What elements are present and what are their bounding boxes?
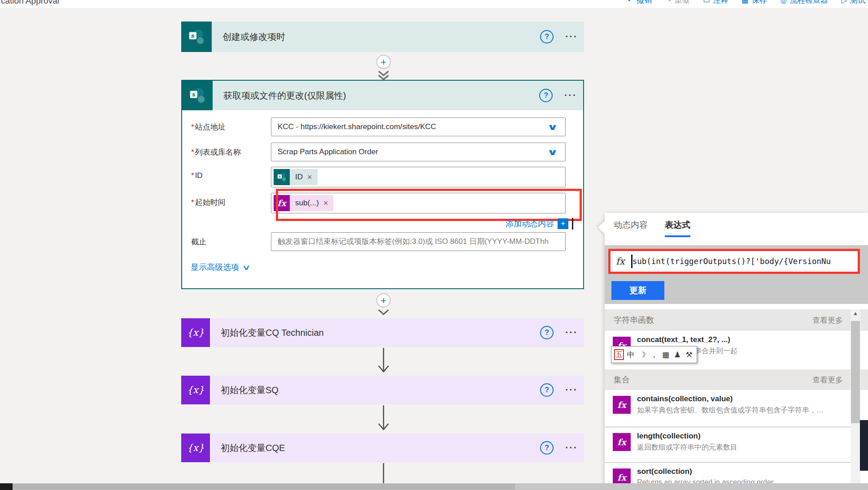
expression-token-chip[interactable]: sub(...) xyxy=(274,195,333,211)
list-name-dropdown[interactable]: Scrap Parts Application Order xyxy=(271,143,566,161)
plus-icon[interactable] xyxy=(558,218,568,229)
action-card-init-cq-technician[interactable]: 初始化变量CQ Technician xyxy=(181,318,584,347)
help-icon[interactable] xyxy=(540,30,554,43)
save-button[interactable]: ▦ 保存 xyxy=(742,0,767,5)
flow-title: cation Approval xyxy=(1,0,59,6)
panel-callout-arrow xyxy=(598,221,611,234)
site-address-dropdown[interactable]: KCC - https://kiekert.sharepoint.com/sit… xyxy=(271,117,566,136)
close-icon[interactable] xyxy=(323,199,328,208)
save-icon: ▦ xyxy=(742,0,749,4)
see-more-link[interactable]: 查看更多 xyxy=(812,315,843,325)
chevron-down-icon xyxy=(242,263,251,272)
add-dynamic-content: 添加动态内容 xyxy=(506,218,573,230)
action-header[interactable]: s 获取项或文件的更改(仅限属性) xyxy=(182,81,583,110)
fx-icon xyxy=(613,396,631,414)
more-menu-icon[interactable] xyxy=(565,327,578,338)
sharepoint-icon: s xyxy=(182,81,213,110)
section-title: 集合 xyxy=(614,374,630,385)
scrollbar-thumb[interactable] xyxy=(851,321,860,423)
see-more-link[interactable]: 查看更多 xyxy=(812,375,843,385)
trigger-card[interactable]: s 创建或修改项时 xyxy=(181,22,584,52)
site-address-label: 站点地址 xyxy=(182,117,271,132)
action-card-init-sq[interactable]: 初始化变量SQ xyxy=(181,376,584,404)
add-dynamic-link[interactable]: 添加动态内容 xyxy=(506,218,554,229)
panel-scrollbar[interactable] xyxy=(851,309,860,490)
function-signature: length(collection) xyxy=(637,432,701,440)
more-menu-icon[interactable] xyxy=(564,90,577,101)
help-icon[interactable] xyxy=(540,383,554,397)
more-menu-icon[interactable] xyxy=(565,384,578,396)
function-row-length[interactable]: length(collection) 返回数组或字符串中的元素数目 xyxy=(605,427,868,463)
undo-label: 撤销 xyxy=(637,0,652,5)
function-row-concat[interactable]: concat(text_1, text_2?, ...) 将两个或多个字符串合并… xyxy=(605,331,868,369)
insert-step-button[interactable] xyxy=(376,55,391,69)
field-row-list: 列表或库名称 Scrap Parts Application Order xyxy=(182,143,583,161)
punctuation-icon[interactable]: ， xyxy=(649,349,659,360)
expression-panel: 动态内容 表达式 sub(int(triggerOutputs()?['body… xyxy=(605,213,868,490)
section-string-functions: 字符串函数 查看更多 xyxy=(605,309,868,331)
redo-icon: ↷ xyxy=(665,0,671,4)
action-card-init-cqe[interactable]: 初始化变量CQE xyxy=(181,434,584,462)
halfwidth-moon-icon[interactable]: ☽ xyxy=(637,349,647,360)
id-chip-label: ID xyxy=(295,173,303,182)
variable-card-title: 初始化变量CQE xyxy=(221,442,540,454)
start-time-field[interactable]: sub(...) xyxy=(271,193,566,213)
flow-checker-label: 流程检查器 xyxy=(790,0,828,5)
svg-text:s: s xyxy=(191,32,194,39)
action-card-get-changes[interactable]: s 获取项或文件的更改(仅限属性) 站点地址 KCC - https://kie… xyxy=(181,80,584,289)
variable-card-title: 初始化变量SQ xyxy=(221,384,540,396)
wrench-icon[interactable]: ⚒ xyxy=(684,349,694,360)
expression-input-box[interactable]: sub(int(triggerOutputs()?['body/{Version… xyxy=(608,249,860,274)
section-collection: 集合 查看更多 xyxy=(605,369,868,390)
function-description: 如果字典包含密钥、数组包含值或字符串包含子字符串，… xyxy=(637,406,843,415)
horizontal-scrollbar[interactable] xyxy=(0,483,868,490)
show-advanced-options-link[interactable]: 显示高级选项 xyxy=(191,262,249,273)
field-row-site: 站点地址 KCC - https://kiekert.sharepoint.co… xyxy=(182,117,583,136)
function-signature: contains(collection, value) xyxy=(637,395,733,403)
comments-button[interactable]: ▭ 注释 xyxy=(703,0,728,5)
spacer xyxy=(605,304,868,309)
close-icon[interactable] xyxy=(307,173,312,182)
more-menu-icon[interactable] xyxy=(565,31,578,43)
insert-step-connector xyxy=(375,293,392,318)
text-cursor xyxy=(572,218,573,230)
id-token-chip[interactable]: s ID xyxy=(274,169,318,185)
help-icon[interactable] xyxy=(539,89,553,102)
help-icon[interactable] xyxy=(540,326,554,339)
save-label: 保存 xyxy=(752,0,767,5)
window-scrollbar-thumb-dark[interactable] xyxy=(860,420,868,471)
flow-checker-button[interactable]: ◎ 流程检查器 xyxy=(781,0,828,5)
update-button[interactable]: 更新 xyxy=(611,281,664,300)
help-icon[interactable] xyxy=(540,441,554,455)
function-description: 返回数组或字符串中的元素数目 xyxy=(637,443,843,452)
soft-keyboard-icon[interactable]: ▦ xyxy=(661,349,671,360)
tab-expression[interactable]: 表达式 xyxy=(665,219,690,237)
until-input[interactable] xyxy=(271,237,565,247)
scrollbar-corner xyxy=(0,483,13,490)
function-row-contains[interactable]: contains(collection, value) 如果字典包含密钥、数组包… xyxy=(605,390,868,427)
scroll-up-icon[interactable] xyxy=(851,310,860,317)
flow-arrow xyxy=(377,405,390,433)
fx-icon xyxy=(613,433,631,451)
insert-step-button[interactable] xyxy=(376,293,391,308)
more-menu-icon[interactable] xyxy=(565,442,578,454)
tab-dynamic-content[interactable]: 动态内容 xyxy=(614,219,648,237)
undo-button[interactable]: ↶ 撤销 xyxy=(628,0,652,5)
redo-button[interactable]: ↷ 重做 xyxy=(665,0,689,5)
scrollbar-thumb[interactable] xyxy=(13,484,515,490)
id-field[interactable]: s ID xyxy=(271,167,566,187)
test-button[interactable]: ▷ 测试 xyxy=(842,0,865,5)
svg-text:s: s xyxy=(279,174,280,178)
chevron-down-icon xyxy=(375,70,392,82)
person-icon[interactable]: ♟ xyxy=(672,349,682,360)
panel-tabs: 动态内容 表达式 xyxy=(614,219,690,237)
start-time-label: 起始时间 xyxy=(182,193,271,208)
chinese-mode-icon[interactable]: 中 xyxy=(626,349,636,360)
until-field[interactable] xyxy=(271,232,566,251)
variable-icon xyxy=(181,318,210,347)
field-row-start: 起始时间 sub(...) xyxy=(182,193,583,213)
function-list: 字符串函数 查看更多 concat(text_1, text_2?, ...) … xyxy=(605,304,868,490)
site-address-value: KCC - https://kiekert.sharepoint.com/sit… xyxy=(271,122,551,131)
ime-logo-icon[interactable]: 五 xyxy=(614,349,624,360)
sharepoint-icon: s xyxy=(274,169,290,185)
